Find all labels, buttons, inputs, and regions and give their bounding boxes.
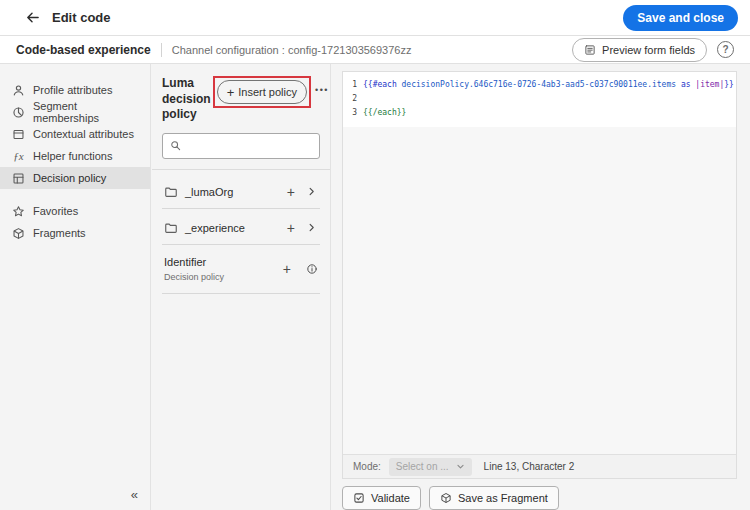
sidebar-item-profile-attributes[interactable]: Profile attributes: [0, 79, 150, 101]
code-line-3: 3 {{/each}}: [343, 106, 736, 120]
function-icon: ƒx: [12, 150, 25, 162]
code-line-2: 2: [343, 92, 736, 106]
experience-type-label: Code-based experience: [16, 43, 151, 57]
sidebar-item-contextual-attributes[interactable]: Contextual attributes: [0, 123, 150, 145]
sidebar-item-label: Helper functions: [33, 150, 113, 162]
back-button[interactable]: [20, 6, 44, 30]
editor-actions: Validate Save as Fragment: [342, 486, 737, 510]
more-dots-icon: •••: [315, 85, 329, 95]
code-text: {{#each decisionPolicy.646c716e-0726-4ab…: [363, 78, 734, 92]
folder-row-experience[interactable]: _experience +: [162, 216, 320, 245]
mode-label: Mode:: [353, 461, 381, 472]
folder-label: _experience: [185, 222, 277, 234]
divider: [161, 43, 162, 57]
folder-icon: [164, 185, 178, 199]
info-icon[interactable]: [306, 263, 318, 275]
identifier-labels: Identifier Decision policy: [164, 256, 280, 282]
sidebar-item-label: Favorites: [33, 205, 78, 217]
insert-policy-button[interactable]: + Insert policy: [217, 80, 307, 104]
folder-row-lumaorg[interactable]: _lumaOrg +: [162, 180, 320, 209]
policy-search-input[interactable]: [186, 140, 312, 152]
line-number: 2: [343, 92, 363, 106]
validate-label: Validate: [371, 492, 410, 504]
validate-button[interactable]: Validate: [342, 486, 421, 510]
sidebar-item-label: Contextual attributes: [33, 128, 134, 140]
fragment-icon: [12, 227, 25, 240]
plus-icon: +: [227, 86, 235, 99]
sidebar: Profile attributes Segment memberships C…: [0, 64, 151, 510]
line-number: 1: [343, 78, 363, 92]
preview-form-fields-label: Preview form fields: [602, 44, 695, 56]
divider: [152, 169, 330, 170]
mode-select[interactable]: Select on ...: [389, 458, 472, 476]
code-text: {{/each}}: [363, 106, 406, 120]
folder-label: _lumaOrg: [185, 186, 277, 198]
save-as-fragment-button[interactable]: Save as Fragment: [429, 486, 559, 510]
header: Edit code Save and close: [0, 0, 750, 36]
collapse-sidebar-button[interactable]: «: [131, 487, 138, 502]
code-line-1: 1 {{#each decisionPolicy.646c716e-0726-4…: [343, 78, 736, 92]
checkmark-icon: [353, 492, 365, 504]
sidebar-item-label: Decision policy: [33, 172, 106, 184]
sidebar-item-label: Segment memberships: [33, 100, 138, 124]
preview-form-fields-button[interactable]: Preview form fields: [572, 38, 707, 62]
subheader-actions: Preview form fields ?: [572, 38, 734, 62]
sidebar-item-helper-functions[interactable]: ƒx Helper functions: [0, 145, 150, 167]
chevron-right-icon[interactable]: [305, 222, 318, 233]
subheader: Code-based experience Channel configurat…: [0, 36, 750, 64]
edit-code-window: Edit code Save and close Code-based expe…: [0, 0, 750, 510]
add-button[interactable]: +: [280, 262, 294, 276]
identifier-sublabel: Decision policy: [164, 272, 280, 282]
editor-status-bar: Mode: Select on ... Line 13, Character 2: [343, 454, 736, 478]
save-and-close-button[interactable]: Save and close: [623, 5, 738, 31]
cursor-position-label: Line 13, Character 2: [484, 461, 575, 472]
code-content[interactable]: 1 {{#each decisionPolicy.646c716e-0726-4…: [343, 72, 736, 127]
sidebar-item-segment-memberships[interactable]: Segment memberships: [0, 101, 150, 123]
sidebar-item-decision-policy[interactable]: Decision policy: [0, 167, 150, 189]
save-as-fragment-label: Save as Fragment: [458, 492, 548, 504]
search-icon: [170, 140, 181, 151]
policy-tree: _lumaOrg + _experience + Identifier Deci…: [162, 180, 320, 294]
folder-icon: [164, 221, 178, 235]
star-icon: [12, 205, 25, 218]
editor-area: 1 {{#each decisionPolicy.646c716e-0726-4…: [332, 64, 750, 510]
identifier-row[interactable]: Identifier Decision policy +: [162, 252, 320, 294]
chevron-right-icon[interactable]: [305, 186, 318, 197]
chevron-down-icon: [456, 462, 465, 471]
decision-policy-icon: [12, 172, 25, 185]
decision-policy-panel: Luma decision policy + Insert policy •••…: [152, 64, 331, 510]
help-button[interactable]: ?: [717, 41, 734, 58]
identifier-label: Identifier: [164, 256, 280, 268]
add-button[interactable]: +: [284, 185, 298, 199]
policy-panel-header: Luma decision policy + Insert policy •••: [162, 76, 320, 123]
policy-search-box: [162, 133, 320, 159]
person-icon: [12, 84, 25, 97]
add-button[interactable]: +: [284, 221, 298, 235]
line-number: 3: [343, 106, 363, 120]
segments-icon: [12, 106, 25, 119]
policy-panel-title: Luma decision policy: [162, 76, 211, 123]
code-editor[interactable]: 1 {{#each decisionPolicy.646c716e-0726-4…: [342, 71, 737, 479]
sidebar-item-favorites[interactable]: Favorites: [0, 200, 150, 222]
form-icon: [584, 44, 596, 56]
arrow-left-icon: [25, 10, 40, 25]
sidebar-item-label: Fragments: [33, 227, 86, 239]
sidebar-item-fragments[interactable]: Fragments: [0, 222, 150, 244]
contextual-attributes-icon: [12, 128, 25, 141]
sidebar-item-label: Profile attributes: [33, 84, 112, 96]
insert-policy-label: Insert policy: [238, 86, 297, 98]
editor-empty-area[interactable]: [343, 127, 736, 454]
fragment-icon: [440, 492, 452, 504]
red-highlight-annotation: + Insert policy: [213, 76, 311, 108]
page-title: Edit code: [52, 10, 111, 25]
channel-configuration-label: Channel configuration : config-172130356…: [172, 44, 412, 56]
more-actions-button[interactable]: •••: [315, 85, 329, 95]
mode-select-value: Select on ...: [396, 461, 449, 472]
question-mark-icon: ?: [722, 44, 728, 55]
